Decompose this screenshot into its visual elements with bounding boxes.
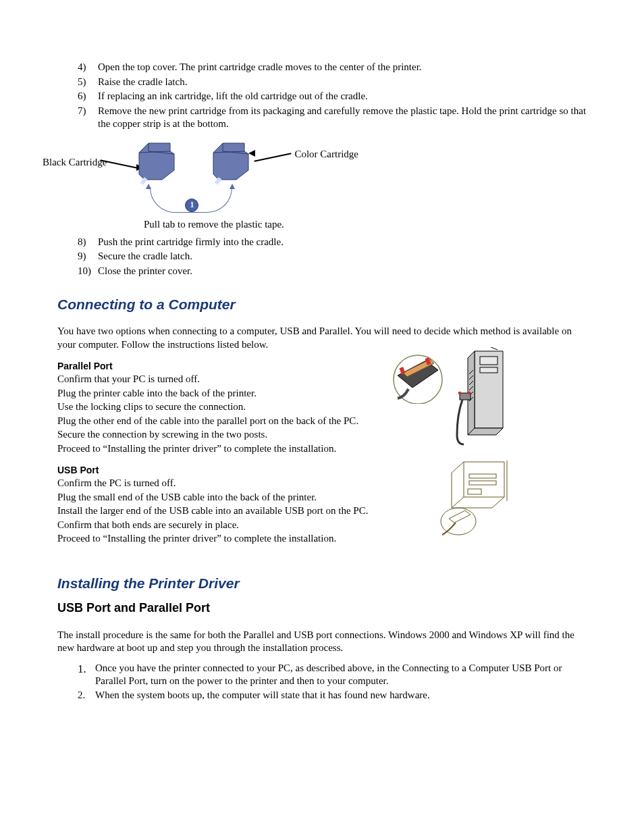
step-text: Push the print cartridge firmly into the…: [98, 236, 284, 249]
black-cartridge-icon: [132, 139, 180, 186]
step-number: 5): [78, 76, 98, 89]
step-text: Once you have the printer connected to y…: [95, 662, 587, 688]
installing-subheading: USB Port and Parallel Port: [57, 601, 587, 615]
step-number: 1.: [78, 662, 95, 688]
step-number: 4): [78, 61, 98, 74]
svg-rect-9: [480, 357, 498, 365]
list-item: 4)Open the top cover. The print cartridg…: [78, 61, 587, 74]
tab-badge: 1: [185, 199, 198, 212]
connecting-heading: Connecting to a Computer: [57, 296, 587, 313]
install-steps-list: 1.Once you have the printer connected to…: [78, 662, 587, 702]
step-text: Remove the new print cartridge from its …: [98, 105, 587, 131]
list-item: 8)Push the print cartridge firmly into t…: [78, 236, 587, 249]
svg-rect-14: [469, 474, 496, 478]
svg-rect-16: [468, 489, 481, 494]
usb-port-block: USB Port Confirm the PC is turned off. P…: [57, 465, 587, 546]
list-item: 7)Remove the new print cartridge from it…: [78, 105, 587, 131]
list-item: 5)Raise the cradle latch.: [78, 76, 587, 89]
black-cartridge-label: Black Cartridge: [43, 157, 107, 168]
svg-rect-10: [480, 367, 498, 373]
step-text: If replacing an ink cartridge, lift the …: [98, 90, 368, 103]
step-number: 6): [78, 90, 98, 103]
step-text: Open the top cover. The print cartridge …: [98, 61, 422, 74]
svg-point-17: [441, 508, 476, 535]
installing-heading: Installing the Printer Driver: [57, 575, 587, 592]
cartridge-steps-list-2: 8)Push the print cartridge firmly into t…: [78, 236, 587, 278]
step-number: 2.: [78, 689, 95, 702]
step-number: 9): [78, 250, 98, 263]
svg-rect-1: [399, 367, 405, 374]
step-text: Raise the cradle latch.: [98, 76, 187, 89]
cartridge-drawing: 1: [112, 136, 288, 217]
color-cartridge-icon: [207, 139, 254, 186]
svg-rect-15: [469, 481, 496, 485]
usb-connection-icon: [439, 458, 514, 539]
step-number: 8): [78, 236, 98, 249]
pc-tower-icon: [454, 347, 512, 447]
document-page: 4)Open the top cover. The print cartridg…: [0, 0, 644, 743]
cartridge-steps-list: 4)Open the top cover. The print cartridg…: [78, 61, 587, 131]
step-number: 10): [78, 265, 98, 278]
printer-port-icon: [391, 353, 445, 404]
step-text: Secure the cradle latch.: [98, 250, 192, 263]
list-item: 10)Close the printer cover.: [78, 265, 587, 278]
list-item: 1.Once you have the printer connected to…: [78, 662, 587, 688]
cartridge-figure: Black Cartridge 1 Color Cartridge: [57, 136, 587, 217]
parallel-port-block: Parallel Port: [57, 361, 587, 455]
arrow-right-line: [254, 153, 292, 162]
list-item: 6)If replacing an ink cartridge, lift th…: [78, 90, 587, 103]
installing-intro: The install procedure is the same for bo…: [57, 629, 587, 655]
list-item: 2.When the system boots up, the computer…: [78, 689, 587, 702]
step-text: Close the printer cover.: [98, 265, 192, 278]
svg-rect-12: [458, 392, 461, 394]
figure-caption: Pull tab to remove the plastic tape.: [144, 219, 587, 230]
step-number: 7): [78, 105, 98, 131]
svg-rect-13: [468, 392, 471, 394]
step-text: When the system boots up, the computer w…: [95, 689, 430, 702]
list-item: 9)Secure the cradle latch.: [78, 250, 587, 263]
color-cartridge-label: Color Cartridge: [294, 149, 358, 160]
